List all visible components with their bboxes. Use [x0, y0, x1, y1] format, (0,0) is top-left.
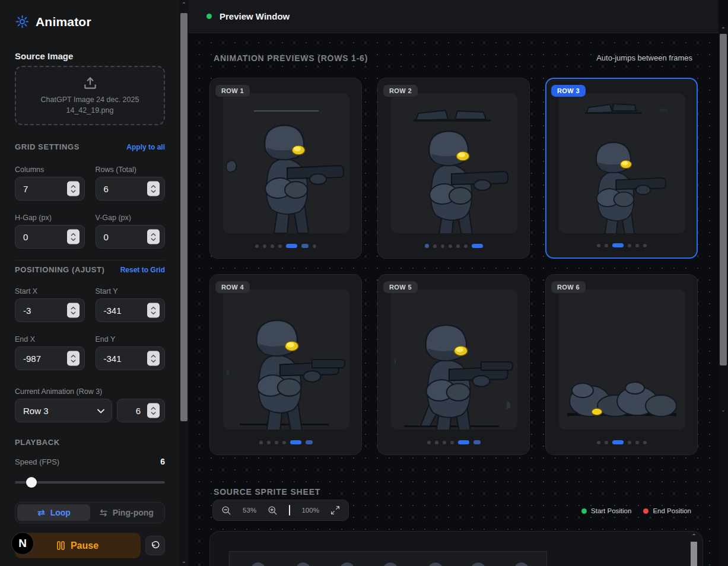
frame-dot[interactable] [472, 244, 483, 248]
frame-dot[interactable] [635, 441, 639, 444]
preview-card-row-6[interactable]: ROW 6 [545, 274, 698, 455]
scroll-up-icon[interactable]: ⌃ [182, 2, 186, 8]
zoom-in-icon[interactable] [268, 505, 278, 516]
frame-dot[interactable] [301, 244, 309, 248]
frame-dot[interactable] [605, 441, 608, 444]
frame-dot[interactable] [643, 441, 647, 444]
rows-stepper[interactable] [147, 182, 160, 196]
current-animation-select[interactable]: Row 3 [15, 399, 112, 422]
frame-dot[interactable] [458, 440, 469, 444]
frame-dot[interactable] [449, 244, 452, 248]
start-x-input[interactable]: -3 [15, 298, 85, 322]
preview-card-row-4[interactable]: ROW 4 [209, 274, 362, 455]
scroll-down-icon[interactable]: ⌄ [182, 558, 186, 564]
sheet-scrollbar[interactable]: ⌃ [690, 533, 698, 565]
frame-dot[interactable] [443, 441, 446, 444]
apply-to-all-link[interactable]: Apply to all [126, 143, 165, 151]
end-x-input[interactable]: -987 [15, 346, 85, 370]
zoom-full-value: 100% [301, 507, 319, 514]
frame-dot[interactable] [290, 440, 301, 444]
frame-dot[interactable] [612, 440, 624, 444]
frame-dot[interactable] [456, 244, 460, 248]
restart-button[interactable] [145, 536, 165, 555]
slider-track[interactable] [15, 481, 165, 484]
frame-dot[interactable] [267, 441, 271, 444]
vgap-input[interactable]: 0 [96, 225, 166, 249]
sprite-sheet-image[interactable] [229, 551, 547, 566]
reset-to-grid-link[interactable]: Reset to Grid [120, 266, 165, 274]
frame-dot[interactable] [473, 440, 481, 444]
frame-dot[interactable] [643, 244, 647, 247]
hgap-input[interactable]: 0 [15, 225, 85, 249]
start-x-stepper[interactable] [67, 303, 80, 318]
frame-dot[interactable] [427, 441, 431, 444]
pause-button[interactable]: Pause [15, 533, 141, 558]
frame-dot[interactable] [635, 244, 639, 247]
columns-stepper[interactable] [67, 182, 80, 196]
frame-dot[interactable] [441, 244, 444, 248]
preview-card-row-5[interactable]: ROW 5 [377, 274, 530, 455]
frame-dot[interactable] [464, 244, 468, 248]
zoom-out-icon[interactable] [221, 505, 231, 516]
frame-dot[interactable] [597, 441, 600, 444]
frame-dot[interactable] [435, 441, 438, 444]
preview-card-row-3[interactable]: ROW 3 [545, 78, 698, 259]
hgap-stepper[interactable] [67, 230, 80, 244]
end-y-stepper[interactable] [147, 351, 160, 366]
sidebar-scrollbar[interactable]: ⌃ ⌄ [179, 0, 189, 566]
columns-input[interactable]: 7 [15, 177, 85, 201]
current-animation-label: Current Animation (Row 3) [15, 387, 165, 396]
end-position-dot [643, 508, 648, 514]
position-legend: Start Position End Position [581, 507, 691, 514]
soldier-sprite [391, 290, 517, 430]
preview-card-row-2[interactable]: ROW 2 [377, 78, 530, 259]
expand-icon[interactable] [330, 505, 340, 515]
rows-field: Rows (Total) 6 [96, 166, 166, 201]
pingpong-button[interactable]: Ping-pong [90, 504, 163, 521]
scroll-down-icon[interactable]: ⌄ [721, 407, 726, 413]
main-scrollbar-thumb[interactable] [720, 34, 727, 365]
frame-dot[interactable] [282, 441, 286, 444]
slider-thumb[interactable] [26, 477, 37, 488]
source-image-dropzone[interactable]: ChatGPT Image 24 dec. 2025 14_42_19.png [15, 66, 165, 125]
speed-slider[interactable] [15, 477, 165, 488]
sprite-preview [223, 93, 349, 233]
frame-dot[interactable] [313, 244, 316, 248]
frame-dot[interactable] [278, 244, 282, 248]
frame-dot[interactable] [628, 244, 631, 247]
frame-dot[interactable] [275, 441, 278, 444]
frame-dot[interactable] [450, 441, 454, 444]
rows-input[interactable]: 6 [96, 177, 166, 201]
vgap-stepper[interactable] [147, 230, 160, 244]
frame-dot[interactable] [263, 244, 266, 248]
main-scrollbar[interactable]: ⌃ ⌄ [719, 25, 728, 566]
legend-start-position: Start Position [581, 507, 631, 514]
frame-dot[interactable] [271, 244, 274, 248]
sidebar-scrollbar-thumb[interactable] [180, 13, 187, 421]
scroll-up-icon[interactable]: ⌃ [691, 533, 696, 539]
frame-dot[interactable] [286, 244, 297, 248]
start-y-stepper[interactable] [147, 303, 160, 318]
frame-dot[interactable] [255, 244, 259, 248]
loop-button[interactable]: Loop [17, 504, 90, 521]
sheet-scrollbar-thumb[interactable] [691, 542, 697, 566]
end-x-stepper[interactable] [67, 351, 80, 366]
scroll-up-icon[interactable]: ⌃ [721, 27, 726, 33]
end-y-input[interactable]: -341 [96, 346, 166, 370]
frame-dot[interactable] [628, 441, 631, 444]
frame-count-stepper[interactable] [147, 403, 160, 418]
frame-dot[interactable] [306, 440, 313, 444]
sprite-sheet-panel[interactable]: ⌃ [209, 531, 703, 566]
frame-dot[interactable] [425, 244, 429, 248]
sidebar: Animator Source Image ChatGPT Image 24 d… [0, 0, 179, 566]
preview-card-row-1[interactable]: ROW 1 [209, 78, 362, 259]
frame-dot[interactable] [433, 244, 437, 248]
gear-icon [15, 14, 30, 29]
frame-dot[interactable] [259, 441, 263, 444]
frame-dot[interactable] [612, 243, 624, 247]
start-y-input[interactable]: -341 [96, 298, 166, 322]
frame-dot[interactable] [597, 244, 600, 247]
frame-count-input[interactable]: 6 [117, 399, 165, 422]
nextjs-dev-badge[interactable]: N [11, 532, 34, 555]
frame-dot[interactable] [605, 244, 608, 247]
